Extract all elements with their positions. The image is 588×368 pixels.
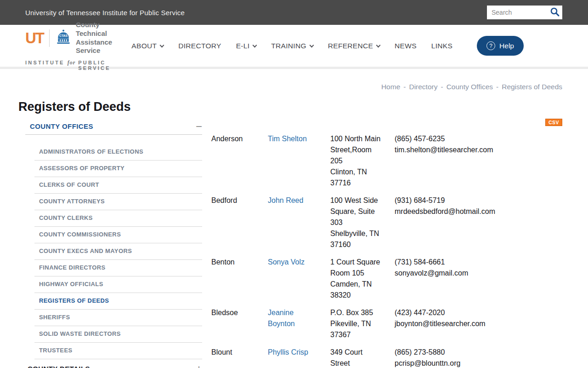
county-cell: Blount bbox=[211, 347, 268, 368]
address-cell: P.O. Box 385 Pikeville, TN 37367 bbox=[330, 307, 395, 340]
svg-text:CTAS: CTAS bbox=[59, 34, 68, 37]
chevron-down-icon bbox=[253, 43, 257, 47]
registers-list: Anderson Tim Shelton 100 North Main Stre… bbox=[211, 133, 562, 368]
county-cell: Bledsoe bbox=[211, 307, 268, 340]
csv-export-button[interactable]: CSV bbox=[545, 119, 562, 126]
chevron-down-icon bbox=[160, 43, 164, 47]
sidebar-item-registers-of-deeds[interactable]: REGISTERS OF DEEDS bbox=[34, 293, 202, 310]
nav-item-training[interactable]: TRAINING bbox=[271, 42, 313, 50]
sidebar-item-trustees[interactable]: TRUSTEES bbox=[34, 343, 202, 359]
institute-tagline: INSTITUTEforPUBLIC SERVICE bbox=[25, 59, 131, 71]
sidebar-item-sheriffs[interactable]: SHERIFFS bbox=[34, 310, 202, 326]
page-content: Home-Directory-County Offices-Registers … bbox=[0, 83, 588, 368]
sidebar-item-county-execs-and-mayors[interactable]: COUNTY EXECS AND MAYORS bbox=[34, 243, 202, 260]
sidebar-item-county-clerks[interactable]: COUNTY CLERKS bbox=[34, 210, 202, 227]
nav-item-news[interactable]: NEWS bbox=[395, 42, 417, 50]
phone: (865) 273-5880 bbox=[395, 347, 562, 358]
nav-item-links[interactable]: LINKS bbox=[431, 42, 452, 50]
main-nav: ABOUT DIRECTORY E-LI TRAINING REFERENCE … bbox=[131, 36, 524, 56]
phone: (423) 447-2020 bbox=[395, 307, 562, 318]
address-cell: 1 Court Square Room 105 Camden, TN 38320 bbox=[330, 257, 395, 301]
official-link[interactable]: Phyllis Crisp bbox=[268, 347, 330, 368]
contact-cell: (865) 457-6235 tim.shelton@titlesearcher… bbox=[395, 133, 562, 189]
official-link[interactable]: Jeanine Boynton bbox=[268, 307, 330, 340]
capitol-dome-icon: CTAS bbox=[55, 29, 72, 47]
address-cell: 100 North Main Street,Room 205 Clinton, … bbox=[330, 133, 395, 189]
sidebar-item-finance-directors[interactable]: FINANCE DIRECTORS bbox=[34, 260, 202, 276]
logo-divider bbox=[49, 29, 50, 47]
phone: (931) 684-5719 bbox=[395, 195, 562, 206]
help-button[interactable]: ? Help bbox=[477, 36, 524, 56]
official-link[interactable]: Tim Shelton bbox=[268, 133, 330, 189]
county-cell: Anderson bbox=[211, 133, 268, 189]
accordion-county-offices[interactable]: COUNTY OFFICES − bbox=[25, 119, 202, 135]
question-mark-icon: ? bbox=[486, 41, 495, 50]
directory-table: CSV Anderson Tim Shelton 100 North Main … bbox=[202, 119, 562, 368]
breadcrumb-county-offices[interactable]: County Offices bbox=[447, 83, 493, 91]
search-box bbox=[487, 6, 562, 19]
nav-item-eli[interactable]: E-LI bbox=[236, 42, 257, 50]
email: pcrisp@blounttn.org bbox=[395, 358, 562, 368]
search-button[interactable] bbox=[549, 7, 562, 18]
search-icon bbox=[550, 7, 560, 18]
nav-item-about[interactable]: ABOUT bbox=[131, 42, 164, 50]
official-link[interactable]: John Reed bbox=[268, 195, 330, 250]
contact-cell: (865) 273-5880 pcrisp@blounttn.org bbox=[395, 347, 562, 368]
sidebar-list: ADMINISTRATORS OF ELECTIONS ASSESSORS OF… bbox=[34, 144, 202, 359]
ut-logo: UT bbox=[25, 30, 44, 46]
email: jboynton@titlesearcher.com bbox=[395, 318, 562, 329]
breadcrumb-home[interactable]: Home bbox=[381, 83, 400, 91]
email: tim.shelton@titlesearcher.com bbox=[395, 144, 562, 155]
site-header: UT CTAS County Technical Assistance Serv bbox=[0, 25, 588, 69]
breadcrumb-directory[interactable]: Directory bbox=[409, 83, 437, 91]
institute-title: University of Tennessee Institute for Pu… bbox=[25, 9, 185, 17]
breadcrumb-separator: - bbox=[403, 83, 406, 91]
breadcrumb-separator: - bbox=[441, 83, 443, 91]
contact-cell: (931) 684-5719 mrdeedsbedford@hotmail.co… bbox=[395, 195, 562, 250]
ctas-logo[interactable]: UT CTAS County Technical Assistance Serv bbox=[25, 21, 131, 71]
county-cell: Bedford bbox=[211, 195, 268, 250]
breadcrumb: Home-Directory-County Offices-Registers … bbox=[18, 83, 562, 92]
nav-item-directory[interactable]: DIRECTORY bbox=[178, 42, 221, 50]
address-cell: 349 Court Street bbox=[330, 347, 395, 368]
chevron-down-icon bbox=[309, 43, 314, 47]
chevron-down-icon bbox=[376, 43, 381, 47]
plus-icon: + bbox=[196, 366, 202, 368]
sidebar-item-administrators-of-elections[interactable]: ADMINISTRATORS OF ELECTIONS bbox=[34, 144, 202, 161]
email: sonyavolz@gmail.com bbox=[395, 268, 562, 279]
sidebar-item-clerks-of-court[interactable]: CLERKS OF COURT bbox=[34, 177, 202, 194]
email: mrdeedsbedford@hotmail.com bbox=[395, 206, 562, 217]
minus-icon: − bbox=[196, 123, 202, 130]
accordion-label: COUNTY OFFICES bbox=[30, 122, 93, 130]
accordion-county-details[interactable]: COUNTY DETAILS + bbox=[25, 359, 202, 368]
contact-cell: (423) 447-2020 jboynton@titlesearcher.co… bbox=[395, 307, 562, 340]
org-name: County Technical Assistance Service bbox=[76, 21, 131, 55]
accordion-label: COUNTY DETAILS bbox=[28, 365, 90, 368]
county-cell: Benton bbox=[211, 257, 268, 301]
page-title: Registers of Deeds bbox=[18, 99, 562, 114]
breadcrumb-separator: - bbox=[496, 83, 498, 91]
breadcrumb-current: Registers of Deeds bbox=[502, 83, 562, 91]
nav-item-reference[interactable]: REFERENCE bbox=[328, 42, 380, 50]
sidebar-item-highway-officials[interactable]: HIGHWAY OFFICIALS bbox=[34, 276, 202, 293]
search-input[interactable] bbox=[487, 9, 549, 16]
sidebar-item-county-commissioners[interactable]: COUNTY COMMISSIONERS bbox=[34, 227, 202, 243]
sidebar-item-assessors-of-property[interactable]: ASSESSORS OF PROPERTY bbox=[34, 161, 202, 177]
contact-cell: (731) 584-6661 sonyavolz@gmail.com bbox=[395, 257, 562, 301]
sidebar-item-county-attorneys[interactable]: COUNTY ATTORNEYS bbox=[34, 194, 202, 210]
sidebar: COUNTY OFFICES − ADMINISTRATORS OF ELECT… bbox=[18, 119, 202, 368]
sidebar-item-solid-waste-directors[interactable]: SOLID WASTE DIRECTORS bbox=[34, 326, 202, 343]
address-cell: 100 West Side Square, Suite 303 Shelbyvi… bbox=[330, 195, 395, 250]
official-link[interactable]: Sonya Volz bbox=[268, 257, 330, 301]
phone: (865) 457-6235 bbox=[395, 133, 562, 144]
phone: (731) 584-6661 bbox=[395, 257, 562, 268]
